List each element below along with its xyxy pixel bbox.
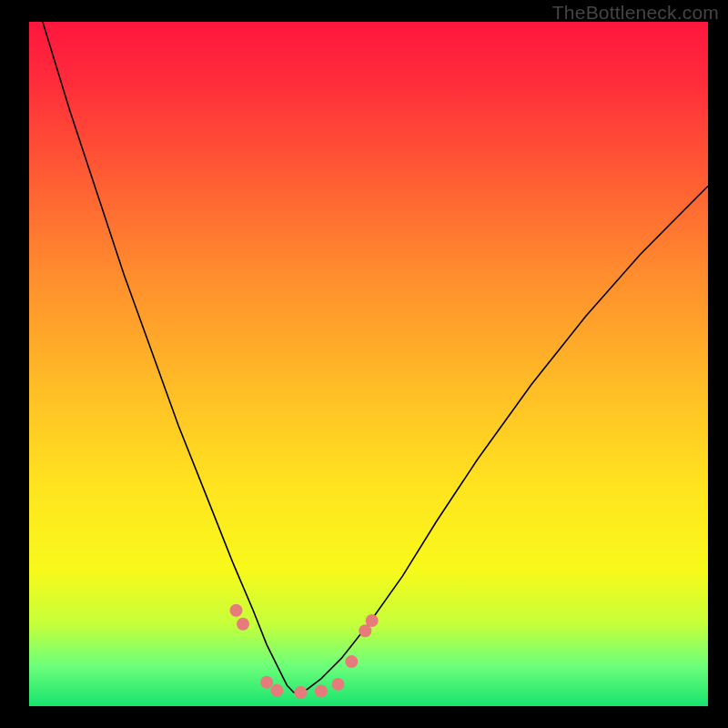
curve-svg [29,22,708,706]
marker-dot [237,618,249,631]
watermark-text: TheBottleneck.com [552,2,719,24]
marker-dot [331,678,344,691]
plot-area [29,22,708,706]
chart-frame: TheBottleneck.com [0,0,728,728]
marker-dot [294,686,307,699]
marker-dot [315,685,328,698]
marker-dot [260,676,273,689]
marker-dot [270,684,283,697]
bottleneck-curve [43,22,708,693]
marker-group [230,604,379,699]
marker-dot [345,655,358,668]
marker-dot [230,604,243,617]
marker-dot [366,614,379,627]
